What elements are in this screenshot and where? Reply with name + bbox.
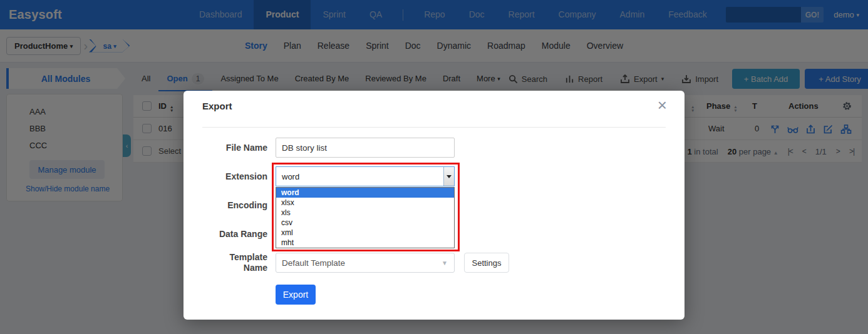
option-xlsx[interactable]: xlsx: [276, 198, 454, 208]
close-icon[interactable]: ×: [658, 97, 667, 113]
settings-button[interactable]: Settings: [464, 253, 509, 273]
extension-option-list: word xlsx xls csv xml mht: [276, 187, 455, 248]
encoding-label: Encoding: [183, 195, 267, 215]
modal-header-divider: [202, 127, 666, 128]
extension-select[interactable]: word: [276, 166, 455, 186]
option-csv[interactable]: csv: [276, 218, 454, 228]
file-name-input[interactable]: [276, 138, 455, 158]
file-name-row: File Name: [183, 138, 685, 158]
option-xml[interactable]: xml: [276, 228, 454, 238]
template-name-label: TemplateName: [183, 252, 267, 273]
template-name-row: TemplateName Default Template ▼ Settings: [183, 253, 685, 273]
extension-label: Extension: [183, 166, 267, 186]
template-select[interactable]: Default Template ▼: [276, 253, 455, 273]
option-mht[interactable]: mht: [276, 238, 454, 248]
caret-down-icon: ▼: [442, 260, 448, 266]
option-word[interactable]: word: [276, 188, 454, 198]
template-selected-value: Default Template: [276, 258, 442, 268]
file-name-label: File Name: [183, 138, 267, 158]
data-range-label: Data Range: [183, 224, 267, 244]
modal-title: Export: [202, 101, 232, 111]
export-modal: Export × File Name Extension word Encodi…: [183, 91, 685, 320]
extension-selected-value: word: [276, 172, 443, 181]
option-xls[interactable]: xls: [276, 208, 454, 218]
extension-row: Extension word: [183, 166, 685, 186]
export-submit-button[interactable]: Export: [276, 285, 316, 305]
select-arrow-icon[interactable]: [443, 167, 454, 186]
app-window: Easysoft Dashboard Product Sprint QA Rep…: [0, 0, 868, 334]
